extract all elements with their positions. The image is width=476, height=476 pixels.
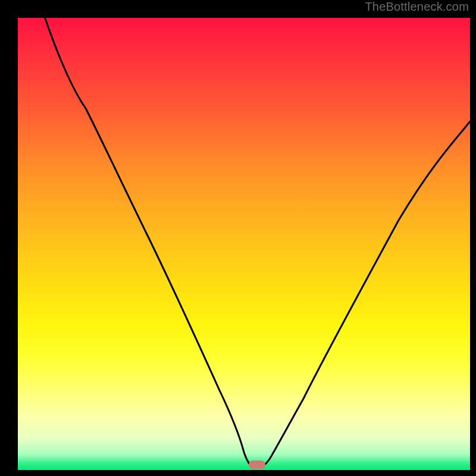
optimal-point-marker (249, 461, 265, 469)
bottleneck-curve (18, 18, 470, 470)
chart-frame (6, 6, 470, 470)
curve-path (45, 18, 470, 468)
watermark-text: TheBottleneck.com (365, 0, 469, 14)
